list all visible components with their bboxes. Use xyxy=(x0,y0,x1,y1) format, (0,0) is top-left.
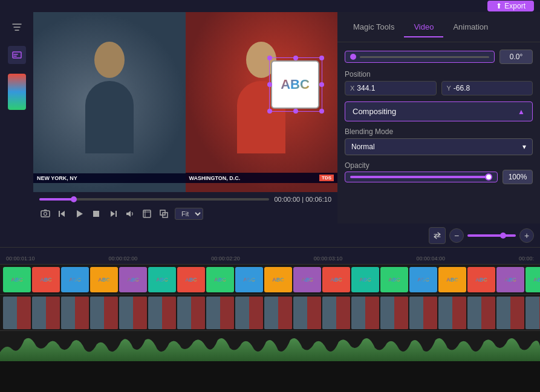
video-thumb-12 xyxy=(322,297,350,329)
handle-bottom-left[interactable] xyxy=(267,109,272,114)
rotation-slider[interactable] xyxy=(360,56,489,58)
position-x-input[interactable]: X 344.1 xyxy=(345,81,437,95)
selection-box xyxy=(269,57,322,112)
ruler-mark-6: 00:00: xyxy=(519,255,534,262)
handle-bottom-right[interactable] xyxy=(319,109,324,114)
crop-button[interactable] xyxy=(141,208,153,220)
compositing-arrow-icon: ▲ xyxy=(518,108,525,116)
play-button[interactable] xyxy=(73,208,85,220)
sticker-thumb-10: ABC xyxy=(264,267,292,292)
ruler-mark-4: 00:00:03:10 xyxy=(314,255,343,262)
opacity-row: 100% xyxy=(345,170,533,184)
opacity-section: Opacity 100% xyxy=(345,161,533,184)
handle-top-mid[interactable] xyxy=(293,56,298,60)
sidebar-icon-caption[interactable] xyxy=(8,46,26,64)
opacity-slider-wrapper[interactable] xyxy=(345,172,498,182)
time-display: 00:00:00 | 00:06:10 xyxy=(274,196,331,203)
sticker-thumb-6: ABC xyxy=(148,267,176,292)
timeline-tracks: ABC ABC ABC ABC ABC ABC ABC ABC ABC ABC … xyxy=(0,265,540,373)
sticker-thumb-7: ABC xyxy=(177,267,205,292)
location-right: WASHINGTON, D.C. xyxy=(189,175,241,181)
video-preview: NEW YORK, NY WASHINGTON, D.C. xyxy=(33,12,337,192)
compositing-header[interactable]: Compositing ▲ xyxy=(345,101,533,121)
audio-track xyxy=(0,331,540,361)
zoom-slider[interactable] xyxy=(467,234,516,237)
sticker-thumb-5: ABC xyxy=(119,267,147,292)
ruler-mark-2: 00:00:02:00 xyxy=(109,255,138,262)
prev-button[interactable] xyxy=(56,208,68,220)
left-sidebar xyxy=(0,12,33,223)
rotation-dot xyxy=(350,54,356,60)
handle-top-right[interactable] xyxy=(319,56,324,60)
handle-bottom-mid[interactable] xyxy=(293,109,298,114)
position-y-input[interactable]: Y -66.8 xyxy=(441,81,533,95)
location-left: NEW YORK, NY xyxy=(37,175,77,181)
video-track xyxy=(0,295,540,331)
rotation-input-wrapper xyxy=(345,51,495,63)
stop-button[interactable] xyxy=(90,208,102,220)
news-person-left xyxy=(33,12,186,192)
svg-marker-5 xyxy=(77,210,83,217)
opacity-value[interactable]: 100% xyxy=(503,170,533,184)
swap-button[interactable] xyxy=(429,227,446,244)
transform-button[interactable] xyxy=(158,208,170,220)
video-thumb-8 xyxy=(206,297,234,329)
person-body-left xyxy=(85,81,134,153)
ruler-marks: 00:00:01:10 00:00:02:00 00:00:02:20 00:0… xyxy=(0,255,540,262)
handle-mid-right[interactable] xyxy=(319,82,324,87)
sticker-strip: ABC ABC ABC ABC ABC ABC ABC ABC ABC ABC … xyxy=(0,267,540,292)
compositing-title: Compositing xyxy=(353,107,396,116)
zoom-thumb xyxy=(500,233,506,239)
video-container: NEW YORK, NY WASHINGTON, D.C. xyxy=(33,12,337,192)
sticker-track: ABC ABC ABC ABC ABC ABC ABC ABC ABC ABC … xyxy=(0,265,540,295)
sidebar-icon-filter[interactable] xyxy=(8,18,26,36)
opacity-track xyxy=(350,176,492,178)
video-thumb-13 xyxy=(351,297,379,329)
svg-rect-1 xyxy=(41,211,50,217)
control-buttons-row: Fit xyxy=(33,207,337,223)
sticker-thumb-3: ABC xyxy=(61,267,89,292)
sticker-thumb-2: ABC xyxy=(32,267,60,292)
volume-button[interactable] xyxy=(124,208,136,220)
timeline-controls: − + xyxy=(0,223,540,248)
video-thumb-3 xyxy=(61,297,89,329)
handle-top-left[interactable] xyxy=(267,56,272,60)
ruler-mark-3: 00:00:02:20 xyxy=(211,255,240,262)
fit-dropdown[interactable]: Fit xyxy=(175,208,203,220)
right-panel: Magic Tools Video Animation 0.0° Positio… xyxy=(337,12,540,223)
video-controls: 00:00:00 | 00:06:10 xyxy=(33,192,337,207)
screenshot-button[interactable] xyxy=(39,208,51,220)
position-inputs: X 344.1 Y -66.8 xyxy=(345,81,533,95)
blending-section: Blending Mode Normal ▾ xyxy=(345,127,533,155)
ruler-mark-5: 00:00:04:00 xyxy=(416,255,445,262)
progress-bar[interactable] xyxy=(39,198,269,201)
person-silhouette-left xyxy=(82,42,137,162)
color-strip xyxy=(8,74,26,110)
tds-badge: TDS xyxy=(319,175,334,181)
blending-value: Normal xyxy=(351,143,375,151)
tab-animation[interactable]: Animation xyxy=(443,18,498,37)
export-button[interactable]: ⬆ Export xyxy=(487,1,534,11)
zoom-out-button[interactable]: − xyxy=(449,228,464,243)
sticker-thumb-11: ABC xyxy=(293,267,321,292)
next-button[interactable] xyxy=(107,208,119,220)
main-layout: NEW YORK, NY WASHINGTON, D.C. xyxy=(0,12,540,223)
sticker-thumb-18: ABC xyxy=(496,267,524,292)
position-label: Position xyxy=(345,70,533,79)
video-thumb-1 xyxy=(3,297,31,329)
person-head-left xyxy=(94,42,125,78)
svg-rect-6 xyxy=(93,211,99,217)
blending-dropdown[interactable]: Normal ▾ xyxy=(345,138,533,155)
handle-mid-left[interactable] xyxy=(267,82,272,87)
svg-rect-0 xyxy=(13,52,21,58)
tab-bar: Magic Tools Video Animation xyxy=(337,12,540,42)
sticker-thumb-17: ABC xyxy=(467,267,495,292)
tab-magic-tools[interactable]: Magic Tools xyxy=(343,18,404,37)
svg-marker-7 xyxy=(111,211,115,217)
rotation-value[interactable]: 0.0° xyxy=(499,50,533,64)
sticker-thumb-12: ABC xyxy=(322,267,350,292)
zoom-in-button[interactable]: + xyxy=(519,228,534,243)
top-bar: ⬆ Export xyxy=(0,0,540,12)
tab-video[interactable]: Video xyxy=(404,18,443,37)
progress-fill xyxy=(39,198,74,201)
